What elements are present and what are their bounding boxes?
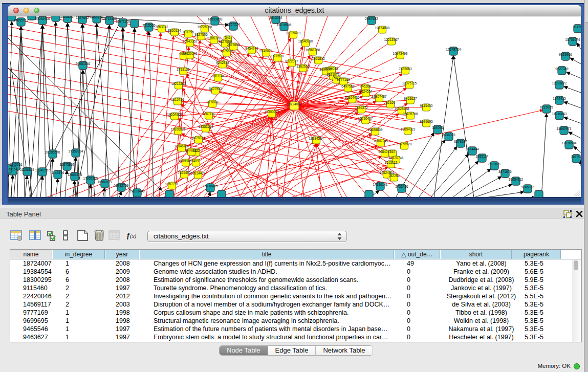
svg-text:10648764: 10648764 <box>446 48 461 51</box>
svg-text:16210643: 16210643 <box>552 112 567 116</box>
svg-text:10654112: 10654112 <box>509 178 524 181</box>
svg-text:8878334: 8878334 <box>192 136 205 140</box>
svg-text:8660124: 8660124 <box>168 29 181 32</box>
svg-text:10719155: 10719155 <box>102 17 117 20</box>
svg-text:7386372: 7386372 <box>355 106 368 110</box>
svg-text:7955812: 7955812 <box>312 57 325 60</box>
svg-text:17359924: 17359924 <box>69 149 83 153</box>
svg-text:14136141: 14136141 <box>373 183 388 186</box>
svg-text:7485063: 7485063 <box>399 67 412 71</box>
svg-text:2718126: 2718126 <box>177 68 190 71</box>
svg-text:17957255: 17957255 <box>83 177 98 180</box>
svg-text:1621072: 1621072 <box>326 73 340 76</box>
svg-text:17016504: 17016504 <box>562 141 577 145</box>
svg-text:12923446: 12923446 <box>130 189 145 193</box>
svg-text:39154: 39154 <box>8 167 17 171</box>
svg-text:9857791: 9857791 <box>165 182 179 186</box>
svg-text:8186328: 8186328 <box>207 36 221 40</box>
svg-text:18724007: 18724007 <box>287 102 302 106</box>
svg-text:489: 489 <box>193 159 199 163</box>
svg-text:14055712: 14055712 <box>14 18 29 22</box>
svg-text:746266: 746266 <box>360 84 371 88</box>
svg-text:1498222: 1498222 <box>185 148 198 152</box>
svg-text:252254: 252254 <box>388 174 400 178</box>
svg-text:19756928: 19756928 <box>397 142 412 146</box>
svg-text:546: 546 <box>225 36 231 39</box>
svg-text:8454749: 8454749 <box>245 47 258 50</box>
svg-text:9329966: 9329966 <box>559 53 572 56</box>
svg-text:1733426: 1733426 <box>395 185 408 188</box>
svg-text:7357224: 7357224 <box>227 23 240 26</box>
svg-text:1615112: 1615112 <box>385 161 398 164</box>
svg-text:16671355: 16671355 <box>116 19 130 23</box>
svg-text:16543362: 16543362 <box>183 39 198 43</box>
svg-text:117008: 117008 <box>207 100 218 104</box>
svg-text:1244415: 1244415 <box>553 97 566 100</box>
svg-text:14099459: 14099459 <box>179 159 193 163</box>
svg-text:16782759: 16782759 <box>114 184 129 187</box>
svg-text:9245052: 9245052 <box>521 185 534 189</box>
svg-text:20091406: 20091406 <box>35 17 50 20</box>
svg-text:2087682: 2087682 <box>365 17 378 20</box>
svg-text:1588520: 1588520 <box>271 54 284 58</box>
svg-text:9463627: 9463627 <box>404 97 417 100</box>
svg-text:1845061: 1845061 <box>9 163 23 166</box>
svg-text:9327505: 9327505 <box>194 33 208 36</box>
svg-text:1362615: 1362615 <box>296 64 310 68</box>
svg-text:9115460: 9115460 <box>420 104 433 107</box>
svg-text:10046788: 10046788 <box>175 144 189 148</box>
svg-text:2935114: 2935114 <box>476 155 489 158</box>
svg-text:2803144: 2803144 <box>211 74 225 78</box>
svg-text:20206576: 20206576 <box>46 150 60 154</box>
svg-text:10653267: 10653267 <box>60 16 75 18</box>
svg-text:20364436: 20364436 <box>345 96 360 99</box>
svg-text:7632621: 7632621 <box>488 162 501 166</box>
svg-text:18640910: 18640910 <box>298 39 313 43</box>
svg-text:10958127: 10958127 <box>98 180 113 184</box>
svg-text:8938923: 8938923 <box>442 133 455 137</box>
svg-text:11125: 11125 <box>573 25 581 29</box>
svg-text:10807487: 10807487 <box>372 95 387 98</box>
svg-text:12505135: 12505135 <box>68 173 82 177</box>
svg-text:12975115: 12975115 <box>402 81 417 85</box>
svg-text:8427552: 8427552 <box>209 87 222 91</box>
svg-text:10025438: 10025438 <box>395 107 409 111</box>
svg-text:19384554: 19384554 <box>309 137 324 140</box>
svg-text:3875685: 3875685 <box>220 49 233 53</box>
svg-text:9777169: 9777169 <box>337 78 350 81</box>
svg-text:9146821: 9146821 <box>259 49 273 53</box>
svg-text:12942757: 12942757 <box>35 168 50 172</box>
svg-text:2867608: 2867608 <box>227 43 240 47</box>
svg-text:8813054: 8813054 <box>269 16 282 19</box>
svg-text:1527602: 1527602 <box>76 16 89 19</box>
svg-text:15751074: 15751074 <box>565 38 580 41</box>
svg-text:13353594: 13353594 <box>199 125 213 128</box>
svg-text:10120746: 10120746 <box>389 156 404 160</box>
svg-text:8215955: 8215955 <box>540 105 553 109</box>
svg-text:7515526: 7515526 <box>142 24 156 27</box>
svg-text:12213967: 12213967 <box>384 38 399 41</box>
svg-text:9474444: 9474444 <box>466 147 479 151</box>
svg-text:18300273: 18300273 <box>265 110 279 114</box>
svg-text:19654923: 19654923 <box>401 127 416 131</box>
svg-text:30975867: 30975867 <box>60 163 75 166</box>
svg-text:19654963: 19654963 <box>167 113 182 116</box>
svg-text:11325419: 11325419 <box>286 31 301 35</box>
svg-text:10154808: 10154808 <box>375 26 390 30</box>
svg-text:22420046: 22420046 <box>183 52 198 55</box>
svg-text:15716485: 15716485 <box>203 184 218 188</box>
svg-text:8471676: 8471676 <box>498 170 512 173</box>
svg-text:20053346: 20053346 <box>76 62 91 65</box>
svg-text:10688609: 10688609 <box>368 128 383 132</box>
svg-text:(x): (x) <box>130 233 137 239</box>
svg-text:16961758: 16961758 <box>306 48 320 52</box>
svg-text:6466160: 6466160 <box>90 16 103 19</box>
svg-text:7563822: 7563822 <box>155 25 168 29</box>
svg-text:9794028: 9794028 <box>325 67 338 70</box>
svg-text:6497568: 6497568 <box>341 84 355 88</box>
svg-text:9699695: 9699695 <box>420 120 433 123</box>
svg-text:18807249: 18807249 <box>374 139 388 143</box>
svg-text:16033809: 16033809 <box>208 17 223 21</box>
svg-text:164095: 164095 <box>432 126 443 129</box>
svg-text:3624554: 3624554 <box>359 90 373 93</box>
